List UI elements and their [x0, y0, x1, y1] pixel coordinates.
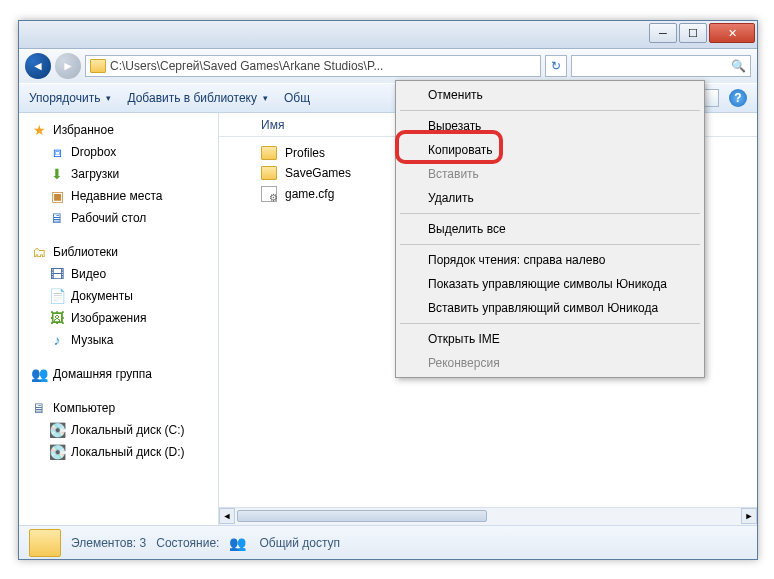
- disk-icon: 💽: [49, 444, 65, 460]
- dropbox-icon: ⧈: [49, 144, 65, 160]
- document-icon: 📄: [49, 288, 65, 304]
- sidebar-item-disk-d[interactable]: 💽Локальный диск (D:): [19, 441, 218, 463]
- ctx-rtl[interactable]: Порядок чтения: справа налево: [398, 248, 702, 272]
- navbar: ◄ ► C:\Users\Сергей\Saved Games\Arkane S…: [19, 49, 757, 83]
- sidebar-item-downloads[interactable]: ⬇Загрузки: [19, 163, 218, 185]
- share-icon: [229, 535, 249, 551]
- file-name: Profiles: [285, 146, 325, 160]
- close-button[interactable]: ✕: [709, 23, 755, 43]
- separator: [400, 110, 700, 111]
- sidebar: ★Избранное ⧈Dropbox ⬇Загрузки ▣Недавние …: [19, 113, 219, 525]
- sidebar-item-recent[interactable]: ▣Недавние места: [19, 185, 218, 207]
- ctx-insert-unicode[interactable]: Вставить управляющий символ Юникода: [398, 296, 702, 320]
- share-menu[interactable]: Общ: [284, 91, 310, 105]
- status-item-count: Элементов: 3: [71, 536, 146, 550]
- ctx-delete[interactable]: Удалить: [398, 186, 702, 210]
- downloads-icon: ⬇: [49, 166, 65, 182]
- address-bar[interactable]: C:\Users\Сергей\Saved Games\Arkane Studi…: [85, 55, 541, 77]
- maximize-button[interactable]: ☐: [679, 23, 707, 43]
- organize-menu[interactable]: Упорядочить: [29, 91, 111, 105]
- sidebar-item-disk-c[interactable]: 💽Локальный диск (C:): [19, 419, 218, 441]
- sidebar-libraries-header[interactable]: 🗂Библиотеки: [19, 241, 218, 263]
- forward-button[interactable]: ►: [55, 53, 81, 79]
- search-icon[interactable]: 🔍: [731, 59, 746, 73]
- video-icon: 🎞: [49, 266, 65, 282]
- libraries-icon: 🗂: [31, 244, 47, 260]
- ctx-select-all[interactable]: Выделить все: [398, 217, 702, 241]
- ctx-paste: Вставить: [398, 162, 702, 186]
- separator: [400, 244, 700, 245]
- ctx-reconvert: Реконверсия: [398, 351, 702, 375]
- homegroup-icon: 👥: [31, 366, 47, 382]
- file-name: SaveGames: [285, 166, 351, 180]
- ctx-show-unicode[interactable]: Показать управляющие символы Юникода: [398, 272, 702, 296]
- sidebar-computer-header[interactable]: 🖥Компьютер: [19, 397, 218, 419]
- sidebar-item-label: Недавние места: [71, 189, 162, 203]
- pictures-icon: 🖼: [49, 310, 65, 326]
- sidebar-label: Домашняя группа: [53, 367, 152, 381]
- sidebar-item-label: Изображения: [71, 311, 146, 325]
- help-icon[interactable]: ?: [729, 89, 747, 107]
- separator: [400, 213, 700, 214]
- sidebar-item-label: Загрузки: [71, 167, 119, 181]
- titlebar: ─ ☐ ✕: [19, 21, 757, 49]
- sidebar-item-label: Dropbox: [71, 145, 116, 159]
- sidebar-label: Компьютер: [53, 401, 115, 415]
- sidebar-label: Избранное: [53, 123, 114, 137]
- sidebar-item-desktop[interactable]: 🖥Рабочий стол: [19, 207, 218, 229]
- ctx-open-ime[interactable]: Открыть IME: [398, 327, 702, 351]
- desktop-icon: 🖥: [49, 210, 65, 226]
- status-bar: Элементов: 3 Состояние: Общий доступ: [19, 525, 757, 559]
- sidebar-item-dropbox[interactable]: ⧈Dropbox: [19, 141, 218, 163]
- sidebar-item-label: Рабочий стол: [71, 211, 146, 225]
- scroll-right-button[interactable]: ►: [741, 508, 757, 524]
- status-state-label: Состояние:: [156, 536, 219, 550]
- sidebar-item-videos[interactable]: 🎞Видео: [19, 263, 218, 285]
- folder-icon: [90, 59, 106, 73]
- horizontal-scrollbar[interactable]: ◄ ►: [219, 507, 757, 525]
- sidebar-favorites-header[interactable]: ★Избранное: [19, 119, 218, 141]
- folder-icon: [29, 529, 61, 557]
- sidebar-item-label: Документы: [71, 289, 133, 303]
- sidebar-item-label: Локальный диск (D:): [71, 445, 185, 459]
- ctx-undo[interactable]: Отменить: [398, 83, 702, 107]
- sidebar-item-pictures[interactable]: 🖼Изображения: [19, 307, 218, 329]
- context-menu: Отменить Вырезать Копировать Вставить Уд…: [395, 80, 705, 378]
- cfg-file-icon: [261, 186, 277, 202]
- refresh-button[interactable]: ↻: [545, 55, 567, 77]
- address-path: C:\Users\Сергей\Saved Games\Arkane Studi…: [110, 59, 383, 73]
- sidebar-label: Библиотеки: [53, 245, 118, 259]
- sidebar-item-label: Видео: [71, 267, 106, 281]
- folder-icon: [261, 146, 277, 160]
- status-share-label: Общий доступ: [259, 536, 340, 550]
- scroll-left-button[interactable]: ◄: [219, 508, 235, 524]
- back-button[interactable]: ◄: [25, 53, 51, 79]
- computer-icon: 🖥: [31, 400, 47, 416]
- sidebar-item-documents[interactable]: 📄Документы: [19, 285, 218, 307]
- sidebar-homegroup-header[interactable]: 👥Домашняя группа: [19, 363, 218, 385]
- search-input[interactable]: 🔍: [571, 55, 751, 77]
- ctx-copy[interactable]: Копировать: [398, 138, 702, 162]
- scroll-thumb[interactable]: [237, 510, 487, 522]
- file-name: game.cfg: [285, 187, 334, 201]
- ctx-cut[interactable]: Вырезать: [398, 114, 702, 138]
- folder-icon: [261, 166, 277, 180]
- sidebar-item-label: Музыка: [71, 333, 113, 347]
- music-icon: ♪: [49, 332, 65, 348]
- sidebar-item-music[interactable]: ♪Музыка: [19, 329, 218, 351]
- star-icon: ★: [31, 122, 47, 138]
- sidebar-item-label: Локальный диск (C:): [71, 423, 185, 437]
- separator: [400, 323, 700, 324]
- minimize-button[interactable]: ─: [649, 23, 677, 43]
- add-to-library-menu[interactable]: Добавить в библиотеку: [127, 91, 268, 105]
- disk-icon: 💽: [49, 422, 65, 438]
- recent-icon: ▣: [49, 188, 65, 204]
